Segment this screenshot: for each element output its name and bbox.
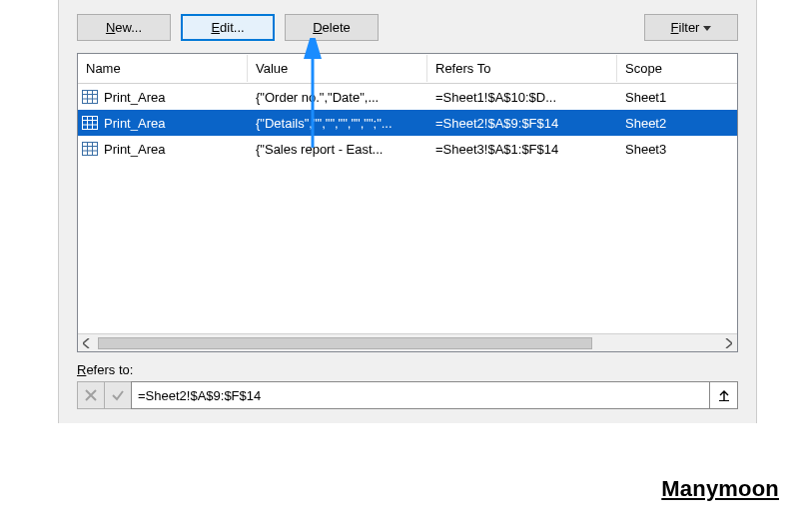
horizontal-scrollbar[interactable] bbox=[78, 333, 737, 351]
range-picker-button[interactable] bbox=[710, 381, 738, 409]
refers-to-label: Refers to: bbox=[77, 362, 738, 377]
row-value: {"Details","","","","","";"... bbox=[248, 116, 427, 131]
list-header[interactable]: Name Value Refers To Scope bbox=[78, 54, 737, 84]
edit-button[interactable]: Edit... bbox=[181, 14, 275, 41]
scroll-left-icon[interactable] bbox=[78, 334, 96, 352]
row-scope: Sheet3 bbox=[617, 142, 737, 157]
svg-rect-15 bbox=[719, 400, 729, 401]
scroll-right-icon[interactable] bbox=[719, 334, 737, 352]
new-button[interactable]: New... bbox=[77, 14, 171, 41]
cancel-refers-button[interactable] bbox=[77, 381, 105, 409]
svg-rect-0 bbox=[83, 91, 98, 104]
row-value: {"Sales report - East... bbox=[248, 142, 427, 157]
col-value[interactable]: Value bbox=[248, 55, 427, 82]
table-icon bbox=[82, 142, 98, 156]
svg-rect-5 bbox=[83, 117, 98, 130]
table-row[interactable]: Print_Area{"Details","","","","","";"...… bbox=[78, 110, 737, 136]
row-name: Print_Area bbox=[104, 116, 165, 131]
row-value: {"Order no.","Date",... bbox=[248, 90, 427, 105]
svg-rect-10 bbox=[83, 143, 98, 156]
row-refers-to: =Sheet1!$A$10:$D... bbox=[427, 90, 617, 105]
row-refers-to: =Sheet3!$A$1:$F$14 bbox=[427, 142, 617, 157]
row-scope: Sheet1 bbox=[617, 90, 737, 105]
table-row[interactable]: Print_Area{"Order no.","Date",...=Sheet1… bbox=[78, 84, 737, 110]
row-name: Print_Area bbox=[104, 90, 165, 105]
col-scope[interactable]: Scope bbox=[617, 55, 737, 82]
scroll-thumb[interactable] bbox=[98, 337, 592, 349]
name-manager-dialog: New... Edit... Delete Filter Name Value … bbox=[58, 0, 757, 423]
delete-button[interactable]: Delete bbox=[285, 14, 379, 41]
chevron-down-icon bbox=[703, 26, 711, 31]
filter-button[interactable]: Filter bbox=[644, 14, 738, 41]
table-icon bbox=[82, 90, 98, 104]
collapse-dialog-icon bbox=[718, 389, 730, 401]
toolbar: New... Edit... Delete Filter bbox=[59, 0, 756, 53]
confirm-refers-button[interactable] bbox=[104, 381, 132, 409]
x-icon bbox=[84, 388, 98, 402]
col-refers-to[interactable]: Refers To bbox=[427, 55, 617, 82]
check-icon bbox=[111, 388, 125, 402]
list-body: Print_Area{"Order no.","Date",...=Sheet1… bbox=[78, 84, 737, 333]
refers-to-input[interactable] bbox=[131, 381, 710, 409]
row-name: Print_Area bbox=[104, 142, 165, 157]
watermark: Manymoon bbox=[661, 476, 779, 502]
table-row[interactable]: Print_Area{"Sales report - East...=Sheet… bbox=[78, 136, 737, 162]
row-scope: Sheet2 bbox=[617, 116, 737, 131]
col-name[interactable]: Name bbox=[78, 55, 248, 82]
names-list: Name Value Refers To Scope Print_Area{"O… bbox=[77, 53, 738, 352]
row-refers-to: =Sheet2!$A$9:$F$14 bbox=[427, 116, 617, 131]
table-icon bbox=[82, 116, 98, 130]
refers-to-section: Refers to: bbox=[59, 358, 756, 423]
